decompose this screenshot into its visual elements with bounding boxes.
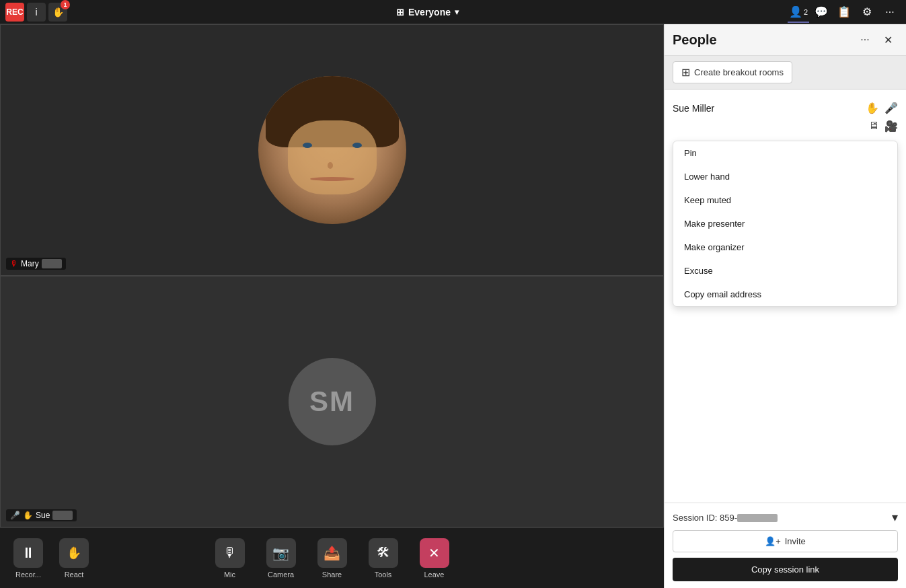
info-button[interactable]: i — [27, 3, 46, 22]
top-bar-left: REC i ✋ 1 — [5, 3, 67, 22]
record-button[interactable]: ⏸ Recor... — [5, 534, 51, 583]
tools-icon-box: 🛠 — [369, 538, 398, 568]
leave-button[interactable]: ✕ Leave — [412, 534, 457, 583]
invite-button[interactable]: 👤+ Invite — [673, 530, 898, 552]
participant-row-sue: Sue Miller ✋ 🎤 — [673, 98, 898, 118]
grid-icon: ⊞ — [396, 7, 404, 17]
video-tile-sue: SM 🎤 ✋ Sue — [0, 276, 664, 527]
context-menu-pin[interactable]: Pin — [673, 141, 897, 165]
participant-name-sue: Sue Miller — [673, 103, 714, 114]
hand-react-icon: ✋ — [67, 546, 81, 560]
hand-count-badge: 1 — [61, 0, 70, 9]
top-bar: REC i ✋ 1 ⊞ Everyone ▾ 👤 2 💬 📋 ⚙ ··· — [0, 0, 906, 24]
context-menu-copy-email[interactable]: Copy email address — [673, 283, 897, 306]
session-area: Session ID: 859- ▾ 👤+ Invite Copy sessio… — [665, 503, 906, 588]
mary-label: 🎙 Mary — [6, 258, 66, 270]
tools-icon: 🛠 — [377, 545, 390, 560]
sue-label: 🎤 ✋ Sue — [6, 509, 77, 521]
participant-screen-icon[interactable]: 🖥 — [868, 120, 879, 133]
context-menu-keep-muted[interactable]: Keep muted — [673, 188, 897, 212]
channel-name: Everyone — [408, 7, 451, 17]
sidebar-header: People ··· ✕ — [665, 24, 906, 56]
mic-button[interactable]: 🎙 Mic — [207, 534, 253, 583]
leave-icon-box: ✕ — [420, 538, 449, 568]
sidebar-close-button[interactable]: ✕ — [878, 30, 898, 50]
session-id-row: Session ID: 859- ▾ — [673, 510, 898, 525]
record-icon-box: ⏸ — [13, 538, 43, 568]
leave-label: Leave — [424, 571, 445, 579]
pause-icon: ⏸ — [21, 544, 36, 562]
settings-button[interactable]: ⚙ — [856, 1, 878, 23]
settings-icon: ⚙ — [862, 5, 872, 18]
context-menu-excuse[interactable]: Excuse — [673, 259, 897, 283]
participant-mic-icon[interactable]: 🎤 — [884, 102, 898, 114]
participant-hand-icon[interactable]: ✋ — [866, 102, 879, 114]
sue-name-blur — [52, 511, 73, 520]
raise-hand-button[interactable]: ✋ 1 — [48, 3, 67, 22]
participant-icons-sue: ✋ 🎤 — [866, 102, 898, 114]
sue-hand-icon: ✋ — [23, 511, 33, 520]
share-icon: 📤 — [324, 545, 340, 561]
participant-extra-icons: 🖥 🎥 — [673, 118, 898, 138]
channel-selector[interactable]: ⊞ Everyone ▾ — [67, 7, 788, 17]
context-menu: Pin Lower hand Keep muted Make presenter… — [673, 141, 898, 307]
sidebar-more-icon: ··· — [860, 34, 869, 46]
sue-name: Sue — [36, 511, 50, 520]
recording-button[interactable]: REC — [5, 3, 24, 22]
more-icon: ··· — [885, 6, 894, 18]
bottom-bar: ⏸ Recor... ✋ React 🎙 Mic — [0, 527, 664, 588]
session-id-text: Session ID: 859- — [673, 513, 778, 523]
mary-name: Mary — [21, 259, 39, 268]
mic-icon: 🎙 — [223, 545, 237, 560]
react-label: React — [65, 571, 84, 579]
mic-icon-box: 🎙 — [215, 538, 245, 568]
mary-name-blur — [42, 259, 62, 268]
notes-icon: 📋 — [837, 5, 851, 18]
sue-mic-icon: 🎤 — [10, 511, 20, 520]
context-menu-make-presenter[interactable]: Make presenter — [673, 212, 897, 235]
react-button[interactable]: ✋ React — [51, 534, 97, 583]
create-breakout-rooms-button[interactable]: ⊞ Create breakout rooms — [673, 61, 792, 83]
camera-icon-box: 📷 — [266, 538, 296, 568]
people-button[interactable]: 👤 2 — [788, 1, 809, 23]
notes-button[interactable]: 📋 — [833, 1, 855, 23]
video-grid: 🎙 Mary SM 🎤 ✋ Sue — [0, 24, 664, 527]
bottom-bar-left: ⏸ Recor... ✋ React — [0, 528, 97, 588]
mary-avatar — [258, 76, 406, 224]
main-content: 🎙 Mary SM 🎤 ✋ Sue — [0, 24, 906, 588]
sidebar: People ··· ✕ ⊞ Create breakout rooms Sue… — [664, 24, 906, 588]
mic-label: Mic — [224, 571, 235, 579]
chat-icon: 💬 — [815, 5, 828, 18]
sidebar-close-icon: ✕ — [884, 34, 893, 46]
breakout-rooms-icon: ⊞ — [681, 66, 690, 79]
sidebar-title: People — [673, 32, 717, 48]
more-button[interactable]: ··· — [879, 1, 901, 23]
people-icon: 👤 — [789, 5, 802, 18]
person-add-icon: 👤+ — [765, 536, 781, 546]
context-menu-lower-hand[interactable]: Lower hand — [673, 165, 897, 188]
sidebar-toolbar: ⊞ Create breakout rooms — [665, 56, 906, 89]
chat-button[interactable]: 💬 — [810, 1, 832, 23]
info-icon: i — [35, 7, 37, 17]
session-chevron[interactable]: ▾ — [892, 510, 898, 525]
copy-link-label: Copy session link — [751, 564, 819, 575]
participant-video-icon[interactable]: 🎥 — [884, 120, 898, 133]
camera-icon: 📷 — [272, 545, 289, 561]
tools-button[interactable]: 🛠 Tools — [361, 534, 406, 583]
active-indicator — [788, 22, 809, 23]
mary-muted-icon: 🎙 — [10, 259, 18, 268]
video-tile-mary: 🎙 Mary — [0, 24, 664, 276]
share-label: Share — [322, 571, 342, 579]
tools-label: Tools — [375, 571, 392, 579]
top-bar-right: 👤 2 💬 📋 ⚙ ··· — [788, 1, 901, 23]
sidebar-more-button[interactable]: ··· — [855, 30, 875, 50]
create-rooms-label: Create breakout rooms — [694, 67, 784, 77]
leave-icon: ✕ — [428, 545, 440, 561]
camera-button[interactable]: 📷 Camera — [258, 534, 304, 583]
share-button[interactable]: 📤 Share — [309, 534, 355, 583]
context-menu-make-organizer[interactable]: Make organizer — [673, 235, 897, 259]
recording-icon: REC — [6, 7, 23, 17]
copy-session-link-button[interactable]: Copy session link — [673, 558, 898, 581]
sidebar-body: Sue Miller ✋ 🎤 🖥 🎥 Pin Lower hand — [665, 89, 906, 503]
sue-avatar: SM — [289, 358, 376, 445]
